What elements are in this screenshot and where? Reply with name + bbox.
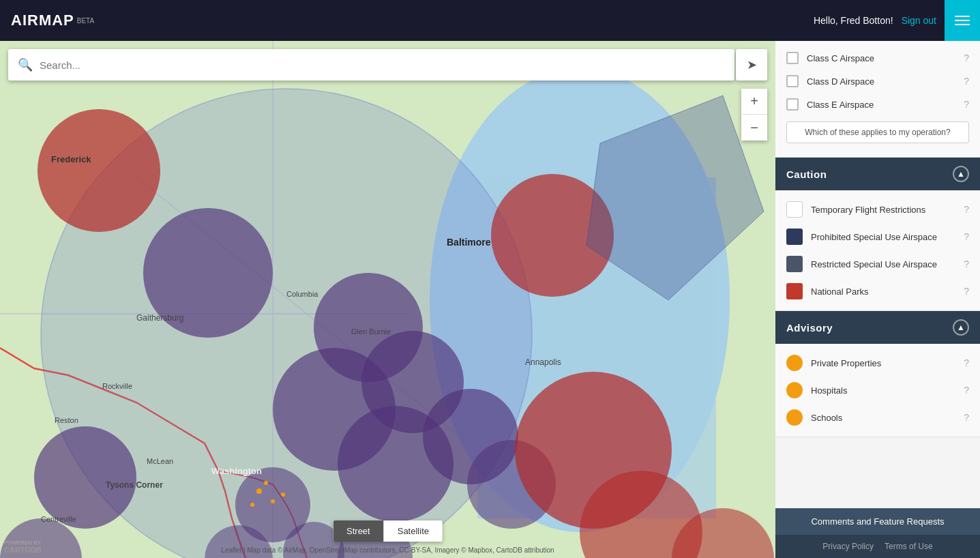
- restricted-swatch: [786, 256, 803, 272]
- svg-text:Washington: Washington: [211, 466, 262, 476]
- svg-text:McLean: McLean: [147, 457, 173, 465]
- advisory-item-schools: Schools ?: [775, 404, 980, 431]
- caution-section-title: Caution: [786, 168, 827, 180]
- class-e-info-button[interactable]: ?: [964, 99, 969, 110]
- caution-section-chevron: ▲: [953, 166, 969, 182]
- svg-text:Centreville: Centreville: [41, 515, 76, 523]
- restricted-info-button[interactable]: ?: [964, 259, 969, 269]
- cartodb-badge: POWERED BY CARTODB: [4, 540, 42, 554]
- caution-items: Temporary Flight Restrictions ? Prohibit…: [775, 190, 980, 310]
- street-view-button[interactable]: Street: [333, 520, 384, 542]
- airspace-item-class-c: Class C Airspace ?: [775, 46, 980, 70]
- svg-point-8: [34, 426, 136, 529]
- caution-section-header[interactable]: Caution ▲: [775, 158, 980, 190]
- national-parks-swatch: [786, 283, 803, 299]
- class-c-label: Class C Airspace: [807, 53, 955, 63]
- caution-item-prohibited: Prohibited Special Use Airspace ?: [775, 223, 980, 250]
- schools-swatch: [786, 409, 803, 426]
- logo: AIRMAPBETA: [11, 12, 94, 29]
- restricted-label: Restricted Special Use Airspace: [811, 259, 955, 269]
- terms-of-use-link[interactable]: Terms of Use: [885, 542, 933, 551]
- advisory-item-private: Private Properties ?: [775, 349, 980, 377]
- zoom-out-button[interactable]: −: [741, 115, 767, 141]
- search-icon: 🔍: [18, 57, 33, 72]
- menu-button[interactable]: [945, 0, 980, 41]
- footer-links: Privacy Policy Terms of Use: [775, 535, 980, 558]
- prohibited-swatch: [786, 229, 803, 245]
- locate-button[interactable]: ➤: [736, 49, 767, 80]
- caution-item-restricted: Restricted Special Use Airspace ?: [775, 250, 980, 278]
- class-d-info-button[interactable]: ?: [964, 76, 969, 87]
- hospitals-info-button[interactable]: ?: [964, 385, 969, 396]
- svg-text:Glen Burnie: Glen Burnie: [351, 327, 391, 336]
- class-d-label: Class D Airspace: [807, 76, 955, 87]
- tfr-swatch: [786, 201, 803, 218]
- search-input[interactable]: [40, 59, 725, 71]
- svg-point-29: [264, 481, 268, 485]
- svg-point-27: [250, 503, 254, 507]
- prohibited-info-button[interactable]: ?: [964, 231, 969, 242]
- main-content: Frederick Baltimore Gaithersburg Washing…: [0, 41, 980, 558]
- map-background: Frederick Baltimore Gaithersburg Washing…: [0, 41, 775, 558]
- hamburger-line-1: [955, 16, 970, 17]
- svg-text:Columbia: Columbia: [286, 290, 318, 298]
- national-parks-label: National Parks: [811, 287, 955, 297]
- tfr-info-button[interactable]: ?: [964, 204, 969, 215]
- hospitals-label: Hospitals: [811, 385, 955, 396]
- advisory-items: Private Properties ? Hospitals ? Schools…: [775, 344, 980, 437]
- hamburger-line-2: [955, 20, 970, 21]
- advisory-section-header[interactable]: Advisory ▲: [775, 311, 980, 344]
- airspace-items: Class C Airspace ? Class D Airspace ? Cl…: [775, 41, 980, 157]
- advisory-section-chevron: ▲: [953, 319, 969, 336]
- zoom-controls: + −: [741, 89, 767, 141]
- airspace-section: Class C Airspace ? Class D Airspace ? Cl…: [775, 41, 980, 158]
- svg-text:Tysons Corner: Tysons Corner: [106, 480, 163, 490]
- airspace-item-class-d: Class D Airspace ?: [775, 70, 980, 93]
- which-applies-button[interactable]: Which of these applies to my operation?: [786, 121, 969, 143]
- schools-info-button[interactable]: ?: [964, 412, 969, 423]
- prohibited-label: Prohibited Special Use Airspace: [811, 232, 955, 242]
- hamburger-icon: [955, 16, 970, 25]
- advisory-section: Advisory ▲ Private Properties ? Hospital…: [775, 311, 980, 437]
- schools-label: Schools: [811, 413, 955, 423]
- private-properties-label: Private Properties: [811, 358, 955, 368]
- cartodb-label: CARTODB: [4, 546, 42, 554]
- airspace-item-class-e: Class E Airspace ?: [775, 93, 980, 116]
- satellite-view-button[interactable]: Satellite: [384, 520, 443, 542]
- private-properties-info-button[interactable]: ?: [964, 357, 969, 368]
- national-parks-info-button[interactable]: ?: [964, 286, 969, 297]
- header-greeting: Hello, Fred Botton!: [814, 15, 893, 26]
- caution-section: Caution ▲ Temporary Flight Restrictions …: [775, 158, 980, 311]
- class-e-checkbox[interactable]: [786, 98, 799, 111]
- svg-point-25: [256, 488, 262, 494]
- signout-link[interactable]: Sign out: [902, 15, 936, 26]
- feedback-button[interactable]: Comments and Feature Requests: [775, 508, 980, 535]
- privacy-policy-link[interactable]: Privacy Policy: [822, 542, 874, 551]
- svg-text:Rockville: Rockville: [102, 382, 132, 390]
- svg-text:Frederick: Frederick: [51, 154, 91, 164]
- svg-point-28: [281, 493, 285, 497]
- cartodb-powered-label: POWERED BY: [4, 540, 41, 546]
- svg-point-20: [38, 109, 160, 232]
- advisory-item-hospitals: Hospitals ?: [775, 377, 980, 404]
- map-container[interactable]: Frederick Baltimore Gaithersburg Washing…: [0, 41, 775, 558]
- class-c-checkbox[interactable]: [786, 52, 799, 64]
- tfr-label: Temporary Flight Restrictions: [811, 205, 955, 215]
- caution-item-national-parks: National Parks ?: [775, 278, 980, 305]
- locate-icon: ➤: [747, 57, 757, 72]
- svg-text:Baltimore: Baltimore: [447, 237, 491, 248]
- svg-point-26: [271, 499, 275, 503]
- header: AIRMAPBETA Hello, Fred Botton! Sign out: [0, 0, 980, 41]
- hospitals-swatch: [786, 382, 803, 398]
- svg-text:Gaithersburg: Gaithersburg: [136, 313, 183, 323]
- sidebar-footer: Comments and Feature Requests Privacy Po…: [775, 508, 980, 558]
- class-c-info-button[interactable]: ?: [964, 53, 969, 63]
- private-properties-swatch: [786, 355, 803, 371]
- class-e-label: Class E Airspace: [807, 100, 955, 110]
- advisory-section-title: Advisory: [786, 322, 833, 334]
- hamburger-line-3: [955, 24, 970, 25]
- class-d-checkbox[interactable]: [786, 75, 799, 87]
- zoom-in-button[interactable]: +: [741, 89, 767, 115]
- caution-item-tfr: Temporary Flight Restrictions ?: [775, 196, 980, 223]
- svg-text:Reston: Reston: [55, 416, 78, 424]
